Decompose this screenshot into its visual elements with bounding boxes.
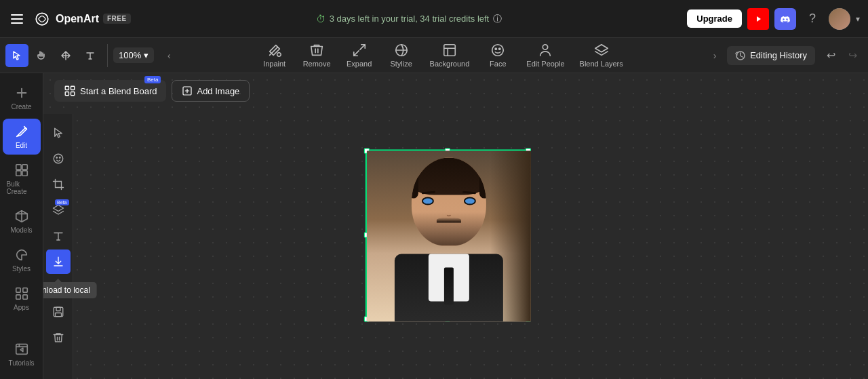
zoom-selector[interactable]: 100% ▾ <box>113 47 154 63</box>
toolbar-select-tools <box>5 44 108 67</box>
edit-icon <box>14 124 29 139</box>
editing-history-label: Editing History <box>750 50 807 60</box>
sidebar-apps-label: Apps <box>14 304 29 311</box>
svg-point-0 <box>36 13 48 25</box>
svg-point-27 <box>54 154 63 163</box>
edit-people-icon <box>538 43 553 58</box>
upgrade-button[interactable]: Upgrade <box>687 9 742 28</box>
canvas-area: Beta Start a Blend Board Add Image Beta <box>43 73 868 379</box>
sec-crop-button[interactable] <box>46 172 71 197</box>
text-icon <box>85 50 96 61</box>
canvas-image[interactable] <box>367 151 531 321</box>
sec-layers-icon <box>52 204 64 216</box>
expand-label: Expand <box>347 60 372 68</box>
sec-download-icon <box>52 256 64 268</box>
portrait-hair-left <box>412 164 418 198</box>
add-image-button[interactable]: Add Image <box>172 80 250 102</box>
redo-button[interactable]: ↪ <box>842 45 863 66</box>
sidebar-models-label: Models <box>10 226 32 234</box>
portrait-hair <box>412 157 486 195</box>
blend-board-button[interactable]: Beta Start a Blend Board <box>54 80 166 102</box>
inpaint-tool[interactable]: Inpaint <box>254 40 295 71</box>
sidebar-item-bulk-create[interactable]: Bulk Create <box>3 157 41 201</box>
svg-rect-16 <box>22 171 26 176</box>
svg-rect-23 <box>71 86 75 89</box>
sidebar-item-styles[interactable]: Styles <box>3 242 41 278</box>
account-chevron[interactable]: ▾ <box>856 14 860 24</box>
logo-icon <box>33 9 52 28</box>
blend-layers-tool[interactable]: Blend Layers <box>573 40 630 71</box>
sec-select-button[interactable] <box>46 121 71 145</box>
sec-delete-button[interactable] <box>46 325 71 350</box>
svg-point-9 <box>495 48 496 49</box>
layers-beta-badge: Beta <box>55 199 68 205</box>
svg-point-4 <box>786 18 787 20</box>
tutorials-icon <box>14 342 29 357</box>
edit-people-tool[interactable]: Edit People <box>519 40 571 71</box>
sec-download-button[interactable]: Download to local <box>46 250 71 274</box>
sec-select-icon <box>52 127 64 139</box>
create-icon <box>14 85 29 100</box>
header-right: Upgrade ? ▾ <box>687 8 860 30</box>
text-tool-button[interactable] <box>79 44 102 67</box>
sec-layers-button[interactable]: Beta <box>46 198 71 222</box>
toolbar-scroll-right[interactable]: › <box>705 46 724 65</box>
toolbar-right: Editing History ↩ ↪ <box>727 45 863 66</box>
move-tool-button[interactable] <box>54 44 77 67</box>
face-tool[interactable]: Face <box>477 40 518 71</box>
editing-history-button[interactable]: Editing History <box>727 46 815 65</box>
hamburger-menu[interactable] <box>8 12 26 26</box>
selection-box <box>366 149 530 320</box>
sidebar-item-apps[interactable]: Apps <box>3 281 41 317</box>
download-tooltip: Download to local <box>43 282 97 298</box>
bulk-create-icon <box>14 163 29 178</box>
left-sidebar: Create Edit Bulk Create Models Styles Ap… <box>0 73 43 379</box>
blend-layers-icon <box>594 43 609 58</box>
stylize-label: Stylize <box>390 60 412 68</box>
action-bar: Beta Start a Blend Board Add Image <box>43 73 868 108</box>
portrait-eye-right <box>464 197 476 205</box>
sec-save-button[interactable] <box>46 300 71 324</box>
zoom-value: 100% <box>119 50 141 60</box>
youtube-icon <box>753 15 764 23</box>
undo-button[interactable]: ↩ <box>821 45 841 66</box>
svg-point-8 <box>492 45 504 56</box>
svg-rect-20 <box>22 295 26 299</box>
select-tool-button[interactable] <box>5 44 28 67</box>
svg-point-11 <box>543 45 548 49</box>
toolbar-nav-left: ‹ <box>159 46 178 65</box>
sidebar-item-edit[interactable]: Edit <box>3 119 41 155</box>
toolbar-scroll-left[interactable]: ‹ <box>159 46 178 65</box>
discord-button[interactable] <box>774 8 796 30</box>
face-label: Face <box>490 60 506 68</box>
sec-save-icon <box>52 306 64 318</box>
hand-tool-button[interactable] <box>30 44 53 67</box>
stylize-tool[interactable]: Stylize <box>381 40 422 71</box>
sidebar-item-models[interactable]: Models <box>3 203 41 239</box>
remove-tool[interactable]: Remove <box>296 40 338 71</box>
svg-rect-14 <box>22 165 26 169</box>
sec-face-button[interactable] <box>46 146 71 171</box>
sec-face-icon <box>52 153 64 165</box>
free-badge: FREE <box>103 14 131 24</box>
toolbar-tools: Inpaint Remove Expand Stylize Background… <box>181 40 703 71</box>
youtube-button[interactable] <box>747 8 769 30</box>
svg-rect-15 <box>16 171 20 176</box>
help-button[interactable]: ? <box>802 8 823 30</box>
avatar[interactable] <box>829 8 850 30</box>
add-image-label: Add Image <box>197 86 239 96</box>
header: OpenArt FREE ⏱ 3 days left in your trial… <box>0 0 868 38</box>
svg-rect-32 <box>55 313 61 317</box>
sidebar-create-label: Create <box>11 103 31 111</box>
portrait-head <box>412 157 486 245</box>
expand-tool[interactable]: Expand <box>339 40 380 71</box>
sec-text-button[interactable] <box>46 224 71 248</box>
sidebar-item-create[interactable]: Create <box>3 80 41 116</box>
background-tool[interactable]: Background <box>423 40 477 71</box>
svg-point-10 <box>499 48 500 49</box>
sec-delete-icon <box>52 332 64 344</box>
hand-icon <box>36 50 47 61</box>
trial-help-icon[interactable]: ⓘ <box>493 13 502 25</box>
sidebar-item-tutorials[interactable]: Tutorials <box>3 336 41 372</box>
logo: OpenArt FREE <box>33 9 131 28</box>
